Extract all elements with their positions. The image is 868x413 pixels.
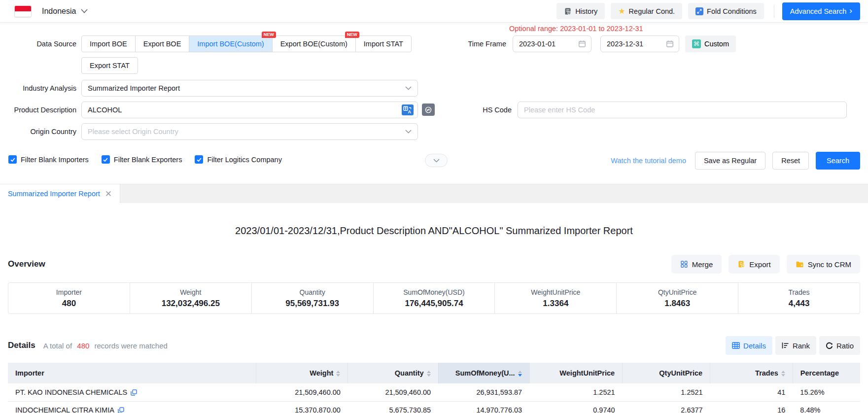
date-start-input[interactable]: 2023-01-01 bbox=[513, 35, 591, 52]
tutorial-link[interactable]: Watch the tutorial demo bbox=[611, 157, 686, 165]
cell-qty-unit-price: 2.6377 bbox=[623, 401, 710, 413]
merge-icon bbox=[680, 260, 688, 268]
merge-button[interactable]: Merge bbox=[671, 255, 722, 274]
svg-text:A: A bbox=[408, 109, 412, 114]
sort-icon[interactable] bbox=[427, 371, 431, 377]
col-qty-unit-price: QtyUnitPrice bbox=[623, 363, 710, 383]
product-description-input[interactable] bbox=[81, 102, 418, 118]
filter-label: Filter Logitics Company bbox=[207, 156, 282, 164]
overview-heading: Overview bbox=[8, 259, 45, 269]
cell-weight-unit-price: 0.9740 bbox=[529, 401, 622, 413]
date-end-input[interactable]: 2023-12-31 bbox=[600, 35, 679, 52]
stat-value: 176,445,905.74 bbox=[405, 299, 463, 309]
stat-label: Trades bbox=[789, 288, 810, 296]
cell-sum-of-money: 26,931,593.87 bbox=[438, 383, 529, 401]
new-badge: NEW bbox=[345, 32, 359, 38]
expand-conditions-button[interactable] bbox=[425, 154, 448, 167]
filter-blank-exporters-checkbox[interactable]: Filter Blank Exporters bbox=[102, 155, 182, 164]
calendar-icon[interactable] bbox=[666, 40, 674, 48]
search-button[interactable]: Search bbox=[816, 152, 860, 170]
hs-code-input[interactable] bbox=[518, 102, 847, 118]
export-button[interactable]: Export bbox=[729, 255, 779, 274]
command-icon: ⌘ bbox=[692, 39, 701, 48]
sort-icon[interactable] bbox=[781, 371, 785, 377]
col-weight-unit-price: WeightUnitPrice bbox=[529, 363, 622, 383]
tab-export-boe-custom[interactable]: Export BOE(Custom)NEW bbox=[272, 35, 356, 52]
table-icon bbox=[732, 342, 740, 349]
industry-analysis-value: Summarized Importer Report bbox=[88, 84, 405, 92]
checkbox-checked-icon bbox=[102, 155, 110, 164]
stat-importer: Importer480 bbox=[8, 283, 130, 313]
importer-name-link[interactable]: INDOCHEMICAL CITRA KIMIA bbox=[15, 406, 114, 413]
sync-to-crm-label: Sync to CRM bbox=[808, 260, 851, 269]
filter-checkboxes: Filter Blank Importers Filter Blank Expo… bbox=[8, 155, 282, 164]
cell-trades: 41 bbox=[710, 383, 793, 401]
chevron-down-icon bbox=[433, 159, 440, 163]
tab-label: Import STAT bbox=[364, 40, 403, 48]
synonym-icon[interactable] bbox=[422, 103, 435, 116]
overview-stats: Importer480 Weight132,032,496.25 Quantit… bbox=[8, 282, 860, 314]
ratio-icon bbox=[826, 342, 833, 349]
close-icon[interactable]: ✕ bbox=[105, 190, 112, 198]
stat-weight-unit-price: WeightUnitPrice1.3364 bbox=[494, 283, 616, 313]
indonesia-flag-icon bbox=[15, 6, 31, 17]
optional-range-hint: Optional range: 2023-01-01 to 2023-12-31 bbox=[509, 25, 643, 33]
col-label: QtyUnitPrice bbox=[659, 369, 702, 377]
tab-import-stat[interactable]: Import STAT bbox=[355, 35, 412, 52]
cell-qty-unit-price: 1.2521 bbox=[623, 383, 710, 401]
stat-qty-unit-price: QtyUnitPrice1.8463 bbox=[616, 283, 738, 313]
importer-name-link[interactable]: PT. KAO INDONESIA CHEMICALS bbox=[15, 388, 127, 396]
chevron-down-icon bbox=[81, 9, 88, 13]
result-tab-strip: Summarized Importer Report ✕ bbox=[0, 184, 868, 203]
cell-quantity: 21,509,460.00 bbox=[348, 383, 438, 401]
filter-logistics-company-checkbox[interactable]: Filter Logitics Company bbox=[195, 155, 282, 164]
filter-blank-importers-checkbox[interactable]: Filter Blank Importers bbox=[8, 155, 89, 164]
copy-icon[interactable] bbox=[118, 407, 124, 413]
history-button[interactable]: History bbox=[556, 3, 605, 19]
stat-label: Importer bbox=[56, 288, 82, 296]
cell-weight: 15,370,870.00 bbox=[256, 401, 348, 413]
translate-icon[interactable]: A bbox=[402, 104, 414, 115]
industry-analysis-select[interactable]: Summarized Importer Report bbox=[81, 80, 418, 97]
data-source-tabs: Import BOE Export BOE Import BOE(Custom)… bbox=[81, 35, 412, 52]
custom-label: Custom bbox=[704, 40, 729, 48]
col-label: Quantity bbox=[395, 369, 424, 377]
calendar-icon[interactable] bbox=[578, 40, 586, 48]
history-label: History bbox=[575, 7, 597, 15]
stat-value: 4,443 bbox=[789, 299, 810, 309]
view-rank-label: Rank bbox=[793, 342, 810, 350]
fold-icon bbox=[695, 7, 703, 15]
stat-value: 95,569,731.93 bbox=[285, 299, 339, 309]
sync-to-crm-button[interactable]: Sync to CRM bbox=[787, 255, 860, 274]
regular-cond-button[interactable]: ★ Regular Cond. bbox=[611, 3, 682, 19]
cell-percentage: 8.48% bbox=[793, 401, 860, 413]
reset-button[interactable]: Reset bbox=[772, 152, 809, 170]
origin-country-select[interactable]: Please select Origin Country bbox=[81, 123, 418, 140]
country-picker[interactable]: Indonesia bbox=[8, 6, 88, 17]
date-start-value: 2023-01-01 bbox=[519, 40, 578, 48]
view-rank-button[interactable]: Rank bbox=[775, 336, 816, 355]
sort-icon[interactable] bbox=[518, 371, 522, 377]
tab-export-stat[interactable]: Export STAT bbox=[81, 57, 138, 74]
col-percentage: Percentage bbox=[793, 363, 860, 383]
tab-summarized-importer-report[interactable]: Summarized Importer Report ✕ bbox=[0, 184, 120, 203]
advanced-search-button[interactable]: Advanced Search › bbox=[782, 2, 860, 20]
new-badge: NEW bbox=[262, 32, 276, 38]
save-as-regular-button[interactable]: Save as Regular bbox=[695, 152, 765, 170]
custom-range-button[interactable]: ⌘ Custom bbox=[685, 35, 736, 52]
view-details-button[interactable]: Details bbox=[726, 336, 772, 355]
cell-weight-unit-price: 1.2521 bbox=[529, 383, 622, 401]
industry-analysis-label: Industry Analysis bbox=[2, 80, 76, 97]
tab-export-boe[interactable]: Export BOE bbox=[135, 35, 190, 52]
sort-icon[interactable] bbox=[336, 371, 340, 377]
stat-trades: Trades4,443 bbox=[738, 283, 860, 313]
view-details-label: Details bbox=[743, 342, 766, 350]
copy-icon[interactable] bbox=[131, 389, 137, 396]
tab-import-boe-custom[interactable]: Import BOE(Custom)NEW bbox=[189, 35, 272, 52]
col-label: Importer bbox=[15, 369, 44, 377]
view-ratio-button[interactable]: Ratio bbox=[819, 336, 860, 355]
fold-conditions-button[interactable]: Fold Conditions bbox=[688, 3, 764, 19]
search-form: Optional range: 2023-01-01 to 2023-12-31… bbox=[0, 23, 868, 184]
tab-import-boe[interactable]: Import BOE bbox=[81, 35, 136, 52]
data-source-label: Data Source bbox=[2, 35, 76, 52]
